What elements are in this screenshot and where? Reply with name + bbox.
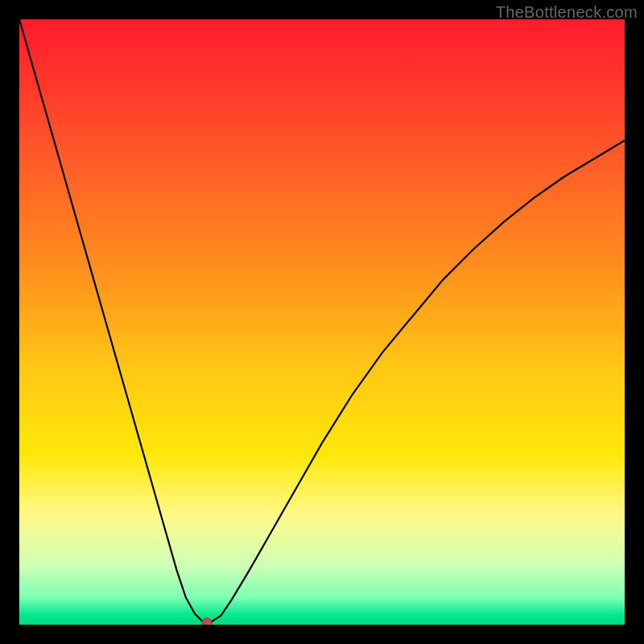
bottleneck-curve [19, 19, 625, 623]
chart-svg [19, 19, 625, 625]
watermark-text: TheBottleneck.com [496, 3, 638, 22]
optimal-point-marker [202, 618, 212, 625]
plot-frame [19, 19, 625, 625]
